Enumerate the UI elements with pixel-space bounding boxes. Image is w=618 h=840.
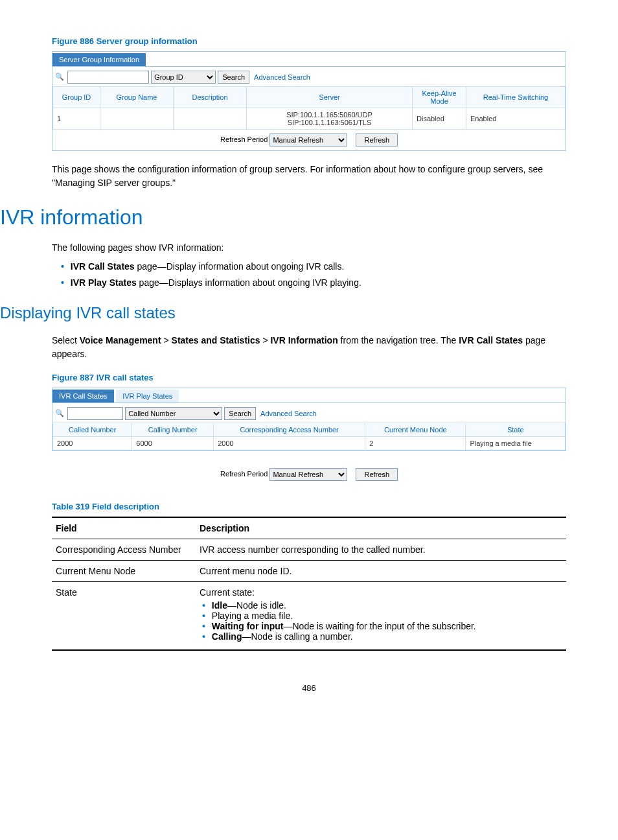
state-rest: —Node is waiting for the input of the su… (283, 621, 475, 631)
list-item: Calling—Node is calling a number. (211, 631, 562, 642)
nav-bold: Voice Management (80, 335, 161, 345)
search-button[interactable]: Search (218, 71, 249, 84)
table-row: 1 SIP:100.1.1.165:5060/UDP SIP:100.1.1.1… (53, 108, 566, 130)
nav-instruction: Select Voice Management > States and Sta… (52, 334, 566, 361)
field-description-table: Field Description Corresponding Access N… (52, 517, 566, 651)
server-group-table: Group ID Group Name Description Server K… (52, 86, 566, 130)
advanced-search-link[interactable]: Advanced Search (254, 73, 310, 81)
cell-group-name (100, 108, 174, 130)
nav-text: from the navigation tree. The (338, 335, 459, 345)
nav-text: Select (52, 335, 80, 345)
state-bold: Calling (212, 631, 242, 642)
state-rest: —Node is idle. (227, 600, 286, 611)
cell-calling: 6000 (132, 437, 214, 450)
cell-state: Playing a media file (466, 437, 566, 450)
cell-switching: Enabled (466, 108, 566, 130)
state-plain: Playing a media file. (212, 611, 293, 621)
nav-sep: > (260, 335, 271, 345)
cell-description (174, 108, 247, 130)
col-switching: Real-Time Switching (466, 87, 566, 108)
state-bold: Idle (212, 600, 227, 611)
page-number: 486 (52, 683, 566, 693)
th-field: Field (52, 517, 196, 539)
nav-bold: IVR Information (270, 335, 338, 345)
refresh-period-select[interactable]: Manual Refresh (269, 468, 347, 481)
table-row: State Current state: Idle—Node is idle. … (52, 582, 566, 651)
bullet-bold: IVR Call States (71, 261, 135, 272)
col-group-name: Group Name (100, 87, 174, 108)
col-node: Current Menu Node (365, 423, 466, 437)
heading-displaying-ivr-call-states: Displaying IVR call states (0, 304, 566, 322)
cell-group-id: 1 (53, 108, 100, 130)
col-called: Called Number (53, 423, 132, 437)
cell-keepalive: Disabled (413, 108, 466, 130)
ivr-call-states-table: Called Number Calling Number Correspondi… (52, 423, 566, 450)
col-server: Server (247, 87, 413, 108)
paragraph-config-info: This page shows the configuration inform… (52, 163, 566, 190)
cell-desc: Current state: Idle—Node is idle. Playin… (196, 582, 566, 651)
list-item: IVR Play States page—Displays informatio… (70, 275, 566, 291)
list-item: Waiting for input—Node is waiting for th… (211, 621, 562, 631)
table-319-caption: Table 319 Field description (52, 502, 566, 511)
heading-ivr-information: IVR information (0, 205, 566, 229)
bullet-bold: IVR Play States (71, 277, 137, 288)
cell-field: Current Menu Node (52, 561, 196, 582)
search-icon: 🔍 (55, 73, 64, 82)
state-intro: Current state: (200, 587, 562, 598)
cell-called: 2000 (53, 437, 132, 450)
tab-ivr-call-states[interactable]: IVR Call States (52, 390, 114, 402)
refresh-period-select[interactable]: Manual Refresh (269, 134, 347, 146)
tab-server-group-info[interactable]: Server Group Information (52, 53, 146, 66)
cell-field: Corresponding Access Number (52, 539, 196, 561)
figure-886-screenshot: Server Group Information 🔍 Group ID Sear… (52, 51, 566, 151)
paragraph-following-pages: The following pages show IVR information… (52, 241, 566, 255)
cell-server: SIP:100.1.1.165:5060/UDP SIP:100.1.1.163… (247, 108, 413, 130)
nav-bold: States and Statistics (172, 335, 260, 345)
refresh-period-label: Refresh Period (220, 470, 268, 478)
search-field-select[interactable]: Group ID (151, 71, 216, 84)
search-input[interactable] (67, 71, 149, 84)
state-bold: Waiting for input (212, 621, 284, 631)
search-field-select[interactable]: Called Number (125, 407, 222, 420)
advanced-search-link[interactable]: Advanced Search (260, 410, 317, 417)
table-row: Corresponding Access Number IVR access n… (52, 539, 566, 561)
figure-886-caption: Figure 886 Server group information (52, 36, 566, 46)
figure-887-screenshot: IVR Call States IVR Play States 🔍 Called… (52, 388, 566, 451)
th-description: Description (196, 517, 566, 539)
table-row: Current Menu Node Current menu node ID. (52, 561, 566, 582)
col-description: Description (174, 87, 247, 108)
refresh-button[interactable]: Refresh (356, 134, 398, 146)
search-icon: 🔍 (55, 409, 64, 418)
cell-desc: Current menu node ID. (196, 561, 566, 582)
tab-ivr-play-states[interactable]: IVR Play States (116, 390, 179, 402)
col-calling: Calling Number (132, 423, 214, 437)
table-row: 2000 6000 2000 2 Playing a media file (53, 437, 566, 450)
list-item: IVR Call States page—Display information… (70, 259, 566, 275)
ivr-bullet-list: IVR Call States page—Display information… (52, 259, 566, 291)
cell-access: 2000 (214, 437, 365, 450)
cell-node: 2 (365, 437, 466, 450)
bullet-rest: page—Displays information about ongoing … (137, 277, 361, 288)
list-item: Idle—Node is idle. (211, 600, 562, 611)
refresh-period-label: Refresh Period (220, 135, 268, 143)
col-group-id: Group ID (53, 87, 100, 108)
refresh-button[interactable]: Refresh (356, 468, 398, 481)
col-state: State (466, 423, 566, 437)
search-input[interactable] (67, 407, 123, 420)
nav-bold: IVR Call States (459, 335, 523, 345)
cell-field: State (52, 582, 196, 651)
state-rest: —Node is calling a number. (242, 631, 352, 642)
list-item: Playing a media file. (211, 611, 562, 621)
bullet-rest: page—Display information about ongoing I… (135, 261, 345, 272)
nav-sep: > (161, 335, 172, 345)
col-access: Corresponding Access Number (214, 423, 365, 437)
figure-887-caption: Figure 887 IVR call states (52, 373, 566, 382)
col-keepalive: Keep-Alive Mode (413, 87, 466, 108)
search-button[interactable]: Search (224, 407, 256, 420)
cell-desc: IVR access number corresponding to the c… (196, 539, 566, 561)
